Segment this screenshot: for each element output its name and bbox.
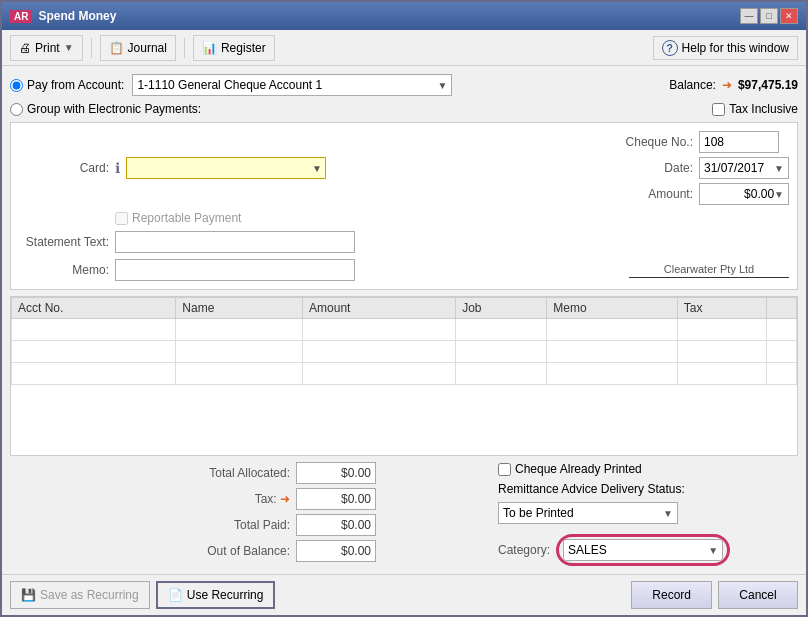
col-memo: Memo bbox=[547, 298, 677, 319]
remittance-select[interactable]: To be Printed ▼ bbox=[498, 502, 678, 524]
amount-dropdown-arrow: ▼ bbox=[774, 189, 784, 200]
balance-area: Balance: ➜ $97,475.19 bbox=[669, 78, 798, 92]
form-panel: Card: ℹ ▼ Cheque No.: Date: 31/07/2017 ▼ bbox=[10, 122, 798, 290]
col-job: Job bbox=[456, 298, 547, 319]
category-select[interactable]: SALES ▼ bbox=[563, 539, 723, 561]
pay-from-account-row: Pay from Account: 1-1110 General Cheque … bbox=[10, 74, 798, 96]
col-tax: Tax bbox=[677, 298, 766, 319]
tax-inclusive-checkbox[interactable] bbox=[712, 103, 725, 116]
card-label: Card: bbox=[19, 161, 109, 175]
footer-right: Record Cancel bbox=[631, 581, 798, 609]
pay-from-account-radio[interactable] bbox=[10, 79, 23, 92]
cheque-no-input[interactable] bbox=[699, 131, 779, 153]
group-electronic-radio-label[interactable]: Group with Electronic Payments: bbox=[10, 102, 201, 116]
remittance-select-arrow: ▼ bbox=[663, 508, 673, 519]
card-dropdown-arrow: ▼ bbox=[312, 163, 322, 174]
record-button[interactable]: Record bbox=[631, 581, 712, 609]
tax-inclusive-area: Tax Inclusive bbox=[712, 102, 798, 116]
signature-area: Clearwater Pty Ltd bbox=[629, 263, 789, 278]
save-recurring-icon: 💾 bbox=[21, 588, 36, 602]
journal-button[interactable]: 📋 Journal bbox=[100, 35, 176, 61]
cheque-no-row: Cheque No.: bbox=[623, 131, 789, 153]
pay-from-account-select[interactable]: 1-1110 General Cheque Account 1 ▼ bbox=[132, 74, 452, 96]
toolbar-separator-1 bbox=[91, 38, 92, 58]
total-allocated-value bbox=[296, 462, 376, 484]
cheque-printed-row: Cheque Already Printed bbox=[498, 462, 798, 476]
card-info-icon[interactable]: ℹ bbox=[115, 160, 120, 176]
col-acct-no: Acct No. bbox=[12, 298, 176, 319]
print-dropdown-arrow: ▼ bbox=[64, 42, 74, 53]
memo-row: Memo: Clearwater Pty Ltd bbox=[19, 259, 789, 281]
date-input[interactable]: 31/07/2017 ▼ bbox=[699, 157, 789, 179]
tax-info-icon[interactable]: ➜ bbox=[280, 492, 290, 506]
footer: 💾 Save as Recurring 📄 Use Recurring Reco… bbox=[2, 574, 806, 615]
toolbar: 🖨 Print ▼ 📋 Journal 📊 Register ? Help fo… bbox=[2, 30, 806, 66]
total-paid-value bbox=[296, 514, 376, 536]
help-icon: ? bbox=[662, 40, 678, 56]
footer-left: 💾 Save as Recurring 📄 Use Recurring bbox=[10, 581, 275, 609]
app-icon: AR bbox=[10, 10, 32, 23]
save-recurring-button[interactable]: 💾 Save as Recurring bbox=[10, 581, 150, 609]
use-recurring-button[interactable]: 📄 Use Recurring bbox=[156, 581, 276, 609]
register-icon: 📊 bbox=[202, 41, 217, 55]
reportable-row: Reportable Payment bbox=[115, 211, 789, 225]
total-allocated-row: Total Allocated: bbox=[170, 462, 482, 484]
bottom-section: Total Allocated: Tax: ➜ Total Paid: Out … bbox=[10, 462, 798, 566]
tax-row: Tax: ➜ bbox=[170, 488, 482, 510]
journal-icon: 📋 bbox=[109, 41, 124, 55]
table-row[interactable] bbox=[12, 363, 797, 385]
card-row: Card: ℹ ▼ Cheque No.: Date: 31/07/2017 ▼ bbox=[19, 131, 789, 205]
cheque-section: Cheque No.: Date: 31/07/2017 ▼ Amount: bbox=[623, 131, 789, 205]
statement-text-row: Statement Text: bbox=[19, 231, 789, 253]
category-select-arrow: ▼ bbox=[708, 545, 718, 556]
group-electronic-radio[interactable] bbox=[10, 103, 23, 116]
maximize-button[interactable]: □ bbox=[760, 8, 778, 24]
print-icon: 🖨 bbox=[19, 41, 31, 55]
right-panel: Cheque Already Printed Remittance Advice… bbox=[498, 462, 798, 566]
totals-area: Total Allocated: Tax: ➜ Total Paid: Out … bbox=[10, 462, 482, 562]
reportable-payment-checkbox bbox=[115, 212, 128, 225]
col-amount: Amount bbox=[303, 298, 456, 319]
title-bar: AR Spend Money — □ ✕ bbox=[2, 2, 806, 30]
total-paid-row: Total Paid: bbox=[170, 514, 482, 536]
date-row: Date: 31/07/2017 ▼ bbox=[623, 157, 789, 179]
card-input[interactable] bbox=[126, 157, 326, 179]
amount-input[interactable]: $0.00 ▼ bbox=[699, 183, 789, 205]
date-calendar-icon: ▼ bbox=[774, 163, 784, 174]
account-select-arrow: ▼ bbox=[437, 80, 447, 91]
memo-input[interactable] bbox=[115, 259, 355, 281]
col-name: Name bbox=[176, 298, 303, 319]
minimize-button[interactable]: — bbox=[740, 8, 758, 24]
category-row: Category: SALES ▼ bbox=[498, 534, 798, 566]
table-row[interactable] bbox=[12, 341, 797, 363]
window-title: Spend Money bbox=[38, 9, 116, 23]
out-of-balance-row: Out of Balance: bbox=[170, 540, 482, 562]
out-of-balance-value bbox=[296, 540, 376, 562]
statement-text-input[interactable] bbox=[115, 231, 355, 253]
group-electronic-row: Group with Electronic Payments: Tax Incl… bbox=[10, 102, 798, 116]
register-button[interactable]: 📊 Register bbox=[193, 35, 275, 61]
remittance-label: Remittance Advice Delivery Status: bbox=[498, 482, 798, 496]
help-button[interactable]: ? Help for this window bbox=[653, 36, 798, 60]
col-extra bbox=[767, 298, 797, 319]
close-button[interactable]: ✕ bbox=[780, 8, 798, 24]
pay-from-account-radio-label[interactable]: Pay from Account: bbox=[10, 78, 124, 92]
tax-value bbox=[296, 488, 376, 510]
toolbar-separator-2 bbox=[184, 38, 185, 58]
cheque-already-printed-checkbox[interactable] bbox=[498, 463, 511, 476]
cancel-button[interactable]: Cancel bbox=[718, 581, 798, 609]
print-button[interactable]: 🖨 Print ▼ bbox=[10, 35, 83, 61]
balance-arrow-icon: ➜ bbox=[722, 78, 732, 92]
use-recurring-icon: 📄 bbox=[168, 588, 183, 602]
table-row[interactable] bbox=[12, 319, 797, 341]
allocation-table: Acct No. Name Amount Job Memo Tax bbox=[10, 296, 798, 456]
amount-row: Amount: $0.00 ▼ bbox=[623, 183, 789, 205]
